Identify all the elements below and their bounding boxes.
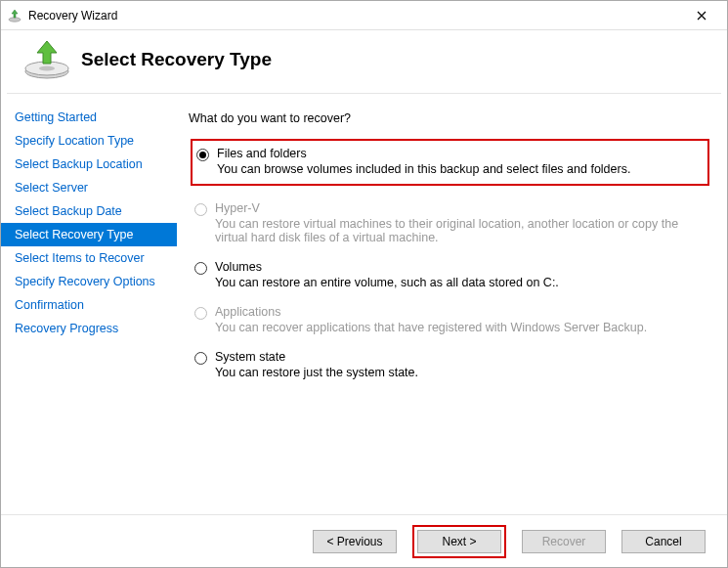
option-volumes[interactable]: Volumes You can restore an entire volume… (189, 260, 709, 289)
radio-files-and-folders[interactable] (196, 149, 209, 161)
step-select-backup-date[interactable]: Select Backup Date (1, 199, 177, 223)
step-specify-recovery-options[interactable]: Specify Recovery Options (1, 270, 177, 293)
radio-hyper-v (194, 203, 207, 216)
option-files-and-folders[interactable]: Files and folders You can browse volumes… (191, 139, 709, 186)
svg-point-0 (9, 17, 21, 21)
wizard-footer: < Previous Next > Recover Cancel (1, 514, 727, 567)
option-title: Files and folders (217, 147, 700, 160)
radio-applications (194, 307, 207, 320)
wizard-header: Select Recovery Type (1, 30, 727, 93)
cancel-button[interactable]: Cancel (621, 530, 706, 553)
option-applications: Applications You can recover application… (189, 305, 709, 334)
step-select-server[interactable]: Select Server (1, 176, 177, 199)
option-title: Hyper-V (215, 201, 709, 215)
option-desc: You can restore just the system state. (215, 366, 709, 379)
wizard-body: Getting Started Specify Location Type Se… (1, 94, 727, 514)
titlebar: Recovery Wizard (1, 1, 727, 30)
radio-volumes[interactable] (194, 262, 207, 275)
option-title: Volumes (215, 260, 709, 274)
recovery-header-icon (13, 38, 81, 81)
option-desc: You can browse volumes included in this … (217, 162, 700, 176)
option-desc: You can recover applications that have r… (215, 321, 709, 334)
step-select-backup-location[interactable]: Select Backup Location (1, 153, 177, 176)
step-specify-location-type[interactable]: Specify Location Type (1, 129, 177, 153)
close-button[interactable] (682, 2, 721, 29)
option-desc: You can restore virtual machines to thei… (215, 217, 709, 244)
window-title: Recovery Wizard (28, 9, 117, 22)
recover-button: Recover (522, 530, 606, 553)
step-confirmation[interactable]: Confirmation (1, 293, 177, 317)
previous-button[interactable]: < Previous (313, 530, 397, 553)
svg-point-3 (39, 66, 55, 71)
option-title: System state (215, 350, 709, 364)
option-hyper-v: Hyper-V You can restore virtual machines… (189, 201, 709, 244)
step-getting-started[interactable]: Getting Started (1, 106, 177, 129)
option-system-state[interactable]: System state You can restore just the sy… (189, 350, 709, 379)
radio-system-state[interactable] (194, 352, 207, 365)
wizard-content: What do you want to recover? Files and f… (177, 94, 727, 514)
content-prompt: What do you want to recover? (189, 111, 709, 125)
step-select-items-to-recover[interactable]: Select Items to Recover (1, 246, 177, 270)
next-button[interactable]: Next > (417, 530, 501, 553)
recovery-wizard-icon (7, 8, 22, 23)
step-recovery-progress[interactable]: Recovery Progress (1, 317, 177, 340)
next-button-highlight: Next > (412, 525, 506, 558)
wizard-steps-sidebar: Getting Started Specify Location Type Se… (1, 94, 177, 514)
step-select-recovery-type[interactable]: Select Recovery Type (1, 223, 177, 246)
option-title: Applications (215, 305, 709, 319)
page-title: Select Recovery Type (81, 49, 272, 70)
option-desc: You can restore an entire volume, such a… (215, 276, 709, 289)
